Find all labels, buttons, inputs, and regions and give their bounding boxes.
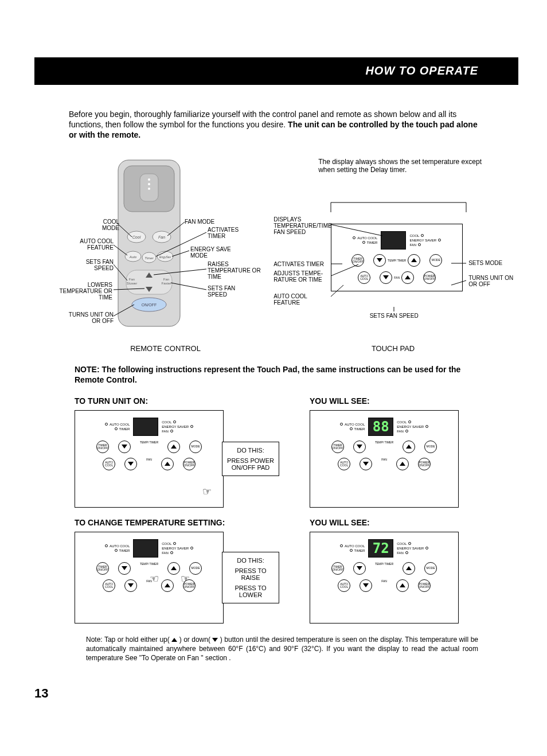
up-arrow-icon: [171, 638, 177, 642]
sec2-right-panel: AUTO COOL TIMER 72 COOL ENERGY SAVER FAN…: [310, 532, 459, 623]
svg-line-22: [172, 251, 189, 256]
page-number: 13: [34, 686, 48, 701]
sec2-right-head: YOU WILL SEE:: [310, 518, 478, 527]
btn-power: POWER ON/OFF: [183, 458, 196, 470]
sec2-left-panel: AUTO COOL TIMER COOL ENERGY SAVER FAN TI…: [75, 532, 224, 623]
footnote: Note: Tap or hold either up( ) or down( …: [86, 635, 478, 663]
btn-mode: MODE: [189, 441, 202, 453]
footnote-mid1: ) or down(: [177, 636, 212, 644]
btn-fan-up: [161, 458, 174, 470]
svg-line-15: [117, 223, 132, 237]
btn-timer-onoff: TIMER ON/OFF: [96, 441, 109, 453]
do-line2: PRESS TO LOWER: [226, 584, 275, 598]
touchpad-caption: TOUCH PAD: [274, 344, 513, 353]
svg-line-25: [330, 224, 382, 236]
note-sentence: NOTE: The following instructions represe…: [75, 364, 478, 385]
note-body: The following instructions represent the…: [75, 365, 460, 384]
do-body: PRESS POWER ON/OFF PAD: [226, 457, 275, 471]
do-line1: PRESS TO RAISE: [226, 567, 275, 581]
sec1-right-head: YOU WILL SEE:: [310, 396, 478, 406]
header-bar-end-curve: [475, 57, 502, 85]
btn-auto-cool: AUTO COOL: [103, 458, 115, 470]
svg-line-20: [167, 222, 185, 236]
svg-line-19: [114, 305, 134, 316]
remote-caption: REMOTE CONTROL: [57, 344, 274, 353]
do-title: DO THIS:: [226, 447, 275, 454]
svg-line-21: [156, 232, 206, 256]
lcd-display-72: 72: [368, 539, 393, 558]
svg-line-17: [114, 264, 127, 280]
lcd-display: [133, 418, 158, 436]
svg-line-24: [171, 283, 206, 290]
touchpad-diagram: The display always shows the set tempera…: [274, 158, 513, 341]
pointing-hand-icon: ☞: [181, 572, 190, 585]
remote-diagram: Cool Fan Auto Timer EngySav Fan Slower F…: [57, 158, 274, 341]
note-prefix: NOTE:: [75, 365, 101, 374]
svg-line-27: [331, 264, 358, 276]
svg-line-16: [114, 245, 127, 255]
sec2-left-head: TO CHANGE TEMPERATURE SETTING:: [75, 518, 304, 527]
sec2-do-box: DO THIS: PRESS TO RAISE PRESS TO LOWER: [222, 552, 279, 603]
lcd-display: [133, 539, 158, 558]
pointing-hand-icon: ☜: [150, 572, 159, 585]
pointing-hand-icon: ☞: [202, 485, 212, 498]
down-arrow-icon: [212, 638, 218, 642]
svg-line-31: [451, 280, 466, 285]
sec1-left-head: TO TURN UNIT ON:: [75, 396, 304, 406]
intro-paragraph: Before you begin, thoroughly familiarize…: [69, 109, 478, 141]
sec1-right-panel: AUTO COOL TIMER 88 COOL ENERGY SAVER FAN…: [310, 410, 459, 508]
lcd-display-88: 88: [368, 418, 393, 436]
btn-fan-down: [124, 458, 137, 470]
footnote-pre: Note: Tap or hold either up(: [86, 636, 171, 644]
sec1-do-box: DO THIS: PRESS POWER ON/OFF PAD: [222, 442, 279, 476]
do-title: DO THIS:: [226, 557, 275, 564]
page-title: HOW TO OPERATE: [365, 64, 478, 77]
svg-line-23: [154, 269, 206, 275]
svg-line-18: [114, 289, 144, 290]
btn-temp-up: [167, 441, 180, 453]
sec1-left-panel: AUTO COOL TIMER COOL ENERGY SAVER FAN TI…: [75, 410, 224, 508]
btn-temp-down: [118, 441, 131, 453]
svg-line-28: [331, 285, 343, 297]
